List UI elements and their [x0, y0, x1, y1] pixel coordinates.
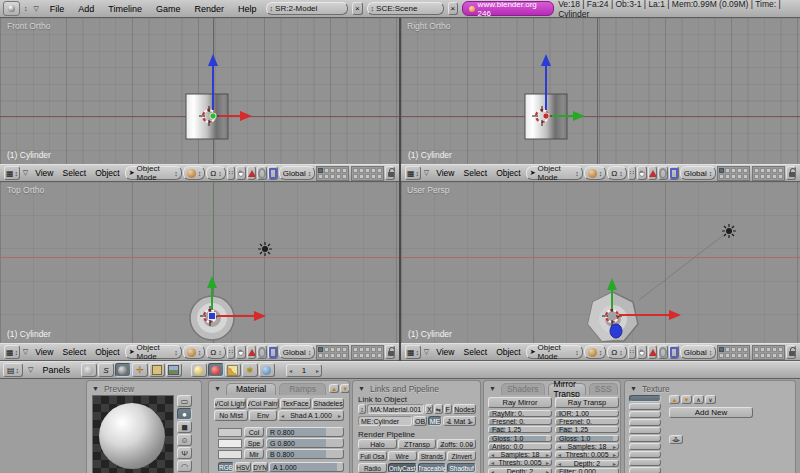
pivot-dropdown[interactable]: Ω↕ [206, 345, 225, 359]
slot-prev-button[interactable]: ∧ [693, 395, 704, 404]
texture-slot[interactable] [629, 459, 661, 466]
menu-object[interactable]: Object [91, 168, 124, 178]
collapse-menus-icon[interactable]: ▽ [21, 169, 30, 177]
env-toggle[interactable]: Env [249, 410, 277, 421]
draw-type-dropdown[interactable]: ↕ [183, 166, 206, 180]
collapse-menus-icon[interactable]: ▽ [21, 348, 30, 356]
mirror-color-swatch[interactable] [218, 450, 242, 459]
tab-sss[interactable]: SSS [589, 383, 618, 395]
snap-grid-button[interactable]: ∷ [628, 345, 636, 359]
menu-object[interactable]: Object [492, 347, 525, 357]
texface-toggle[interactable]: TexFace [280, 398, 312, 409]
slot-down-button[interactable]: ▼ [681, 395, 692, 404]
lamp-buttons-button[interactable] [191, 363, 207, 377]
orientation-dropdown[interactable]: Global ↕ [680, 345, 717, 359]
menu-timeline[interactable]: Timeline [103, 4, 147, 14]
collapse-menus-icon[interactable]: ▽ [422, 348, 431, 356]
texture-slot[interactable] [629, 395, 661, 402]
col-button[interactable]: Col [244, 427, 264, 437]
preview-cube-button[interactable]: ◼ [177, 421, 192, 433]
texture-slot[interactable] [629, 403, 661, 410]
panel-collapse-icon[interactable]: ▼ [487, 385, 498, 392]
material-buttons-button[interactable] [208, 363, 224, 377]
orientation-dropdown[interactable]: Global ↕ [279, 166, 316, 180]
lock-layers-button[interactable] [385, 166, 395, 180]
ior-slider[interactable]: IOR: 1.00 [555, 410, 619, 417]
layer-grid-right[interactable] [752, 166, 785, 181]
mir-button[interactable]: Mir [244, 449, 264, 459]
material-browse-button[interactable]: ↕ [358, 404, 366, 414]
filter-slider[interactable]: Filter: 0.000 [555, 468, 619, 473]
tab-ramps[interactable]: Ramps [279, 383, 326, 395]
zinvert-toggle[interactable]: ZInvert [447, 451, 476, 461]
nodes-button[interactable]: Nodes [453, 404, 476, 414]
panel-title[interactable]: Preview [104, 384, 134, 394]
ob-button[interactable]: OB [413, 416, 427, 426]
menu-select[interactable]: Select [59, 347, 91, 357]
preview-hair-button[interactable]: Ψ [177, 447, 192, 459]
fac-transp-slider[interactable]: Fac: 1.25 [555, 426, 619, 433]
radio-toggle[interactable]: Radio [358, 463, 387, 473]
collapse-menus-icon[interactable]: ▽ [422, 169, 431, 177]
samples-transp-field[interactable]: Samples: 18 [555, 443, 619, 450]
move-down-button[interactable]: ▼ [340, 384, 350, 393]
menu-view[interactable]: View [432, 168, 458, 178]
manipulator-scale-button[interactable] [669, 166, 679, 180]
fac-mir-slider[interactable]: Fac: 1.25 [488, 426, 552, 433]
texture-slot[interactable] [629, 443, 661, 450]
manipulator-hand-button[interactable] [637, 166, 647, 180]
panel-collapse-icon[interactable]: ▼ [628, 385, 639, 392]
manipulator-translate-button[interactable] [648, 166, 658, 180]
viewport-divider[interactable] [399, 18, 401, 361]
lock-layers-button[interactable] [786, 345, 796, 359]
dyn-mode-button[interactable]: DYN [252, 462, 268, 472]
tab-shaders[interactable]: Shaders [501, 383, 545, 395]
depth-mir-field[interactable]: Depth: 2 [488, 468, 552, 473]
full-osa-toggle[interactable]: Full Osa [358, 451, 387, 461]
onlycast-toggle[interactable]: OnlyCast [388, 463, 417, 473]
texture-slot[interactable] [629, 467, 661, 473]
menu-render[interactable]: Render [190, 4, 230, 14]
raymir-slider[interactable]: RayMir: 0. [488, 410, 552, 417]
script-context-button[interactable]: S [98, 363, 114, 377]
manipulator-translate-button[interactable] [648, 345, 658, 359]
tab-mirror-transp[interactable]: Mirror Transp [548, 383, 586, 395]
draw-type-dropdown[interactable]: ↕ [584, 166, 607, 180]
draw-type-dropdown[interactable]: ↕ [584, 345, 607, 359]
lock-layers-button[interactable] [786, 166, 796, 180]
fake-user-button[interactable]: F [444, 404, 452, 414]
wire-toggle[interactable]: Wire [388, 451, 417, 461]
aniso-slider[interactable]: Aniso: 0.0 [488, 443, 552, 450]
menu-help[interactable]: Help [233, 4, 262, 14]
gloss-transp-slider[interactable]: Gloss: 1.0 [555, 435, 619, 442]
mode-dropdown[interactable]: ➤ Object Mode ↕ [125, 345, 182, 359]
manipulator-scale-button[interactable] [268, 166, 278, 180]
thresh-transp-field[interactable]: Thresh: 0.005 [555, 451, 619, 458]
material-index-field[interactable]: 1 Mat 1 [443, 416, 476, 426]
scene-context-button[interactable] [166, 363, 182, 377]
texture-slot[interactable] [629, 427, 661, 434]
spe-button[interactable]: Spe [244, 438, 264, 448]
menu-view[interactable]: View [31, 168, 57, 178]
ray-mirror-toggle[interactable]: Ray Mirror [488, 397, 552, 408]
texture-slot[interactable] [629, 411, 661, 418]
slot-up-button[interactable]: ▲ [669, 395, 680, 404]
panel-collapse-icon[interactable]: ▼ [90, 385, 101, 392]
mode-dropdown[interactable]: ➤ Object Mode ↕ [526, 166, 583, 180]
preview-plane-button[interactable]: ▭ [177, 395, 192, 407]
world-buttons-button[interactable] [259, 363, 275, 377]
menu-view[interactable]: View [31, 347, 57, 357]
menu-add[interactable]: Add [73, 4, 99, 14]
fresnel-transp-slider[interactable]: Fresnel: 0. [555, 418, 619, 425]
lamp-object[interactable] [722, 224, 736, 238]
editor-type-button[interactable]: ▦↕ [4, 345, 20, 359]
layer-grid-left[interactable] [316, 345, 349, 360]
editor-type-button[interactable]: ▦↕ [405, 345, 421, 359]
panel-title[interactable]: Texture [642, 384, 670, 394]
preview-monkey-button[interactable]: ☺ [177, 434, 192, 446]
draw-type-dropdown[interactable]: ↕ [183, 345, 206, 359]
lamp-object[interactable] [258, 242, 272, 256]
slot-next-button[interactable]: ∨ [705, 395, 716, 404]
texture-count-field[interactable]: 1 [669, 435, 683, 444]
mesh-name-field[interactable]: ME:Cylinder [358, 416, 412, 426]
